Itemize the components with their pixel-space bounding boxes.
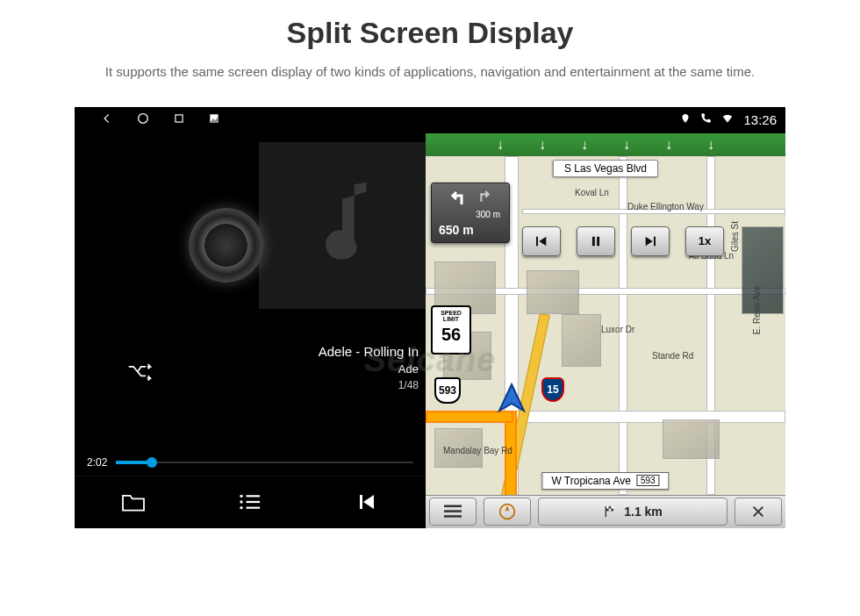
phone-icon bbox=[699, 112, 712, 127]
nav-back-icon[interactable] bbox=[101, 112, 113, 128]
album-art-placeholder bbox=[259, 142, 426, 309]
next-street-name: W Tropicana Ave bbox=[551, 475, 631, 487]
android-statusbar: 13:26 bbox=[75, 107, 785, 133]
svg-rect-29 bbox=[609, 509, 612, 512]
map-street-label: E. Reno Ave bbox=[752, 285, 762, 333]
lane-arrow-icon: ↓ bbox=[623, 137, 630, 153]
lane-arrow-icon: ↓ bbox=[539, 137, 546, 153]
lane-arrow-icon: ↓ bbox=[581, 137, 588, 153]
svg-rect-13 bbox=[536, 236, 538, 246]
next-turn-panel: 300 m 650 m bbox=[431, 183, 510, 243]
remaining-distance-value: 1.1 km bbox=[624, 505, 663, 519]
route-shield: 593 bbox=[434, 377, 461, 404]
track-info: Adele - Rolling In Ade 1/48 bbox=[319, 344, 419, 391]
lane-arrow-icon: ↓ bbox=[707, 137, 714, 153]
svg-marker-19 bbox=[499, 384, 524, 411]
turn-right-icon bbox=[474, 187, 491, 204]
sim-prev-button[interactable] bbox=[522, 226, 561, 256]
speed-limit-value: 56 bbox=[433, 325, 469, 345]
svg-rect-25 bbox=[606, 506, 606, 517]
speed-limit-sign: SPEEDLIMIT 56 bbox=[431, 305, 471, 355]
sim-pause-button[interactable] bbox=[577, 226, 615, 256]
music-pane: Adele - Rolling In Ade 1/48 2:02 bbox=[75, 133, 426, 528]
progress-bar[interactable] bbox=[116, 462, 413, 463]
sim-next-button[interactable] bbox=[631, 226, 670, 256]
music-note-icon bbox=[303, 177, 382, 274]
map-street-label: Luxor Dr bbox=[601, 325, 634, 334]
map-street-label: Koval Ln bbox=[575, 188, 609, 197]
nav-bottom-bar: 1.1 km bbox=[426, 495, 785, 528]
nav-home-icon[interactable] bbox=[136, 111, 150, 129]
track-title: Adele - Rolling In bbox=[319, 344, 419, 359]
sim-speed-button[interactable]: 1x bbox=[685, 226, 724, 256]
turn-left-icon bbox=[449, 187, 470, 208]
folder-button[interactable] bbox=[107, 484, 160, 519]
close-button[interactable] bbox=[735, 498, 782, 526]
svg-rect-1 bbox=[176, 114, 183, 121]
next-street-label: W Tropicana Ave 593 bbox=[541, 472, 669, 490]
disc-graphic bbox=[189, 208, 263, 283]
svg-marker-14 bbox=[539, 236, 546, 246]
flag-icon bbox=[603, 505, 617, 519]
track-count: 1/48 bbox=[319, 379, 419, 391]
svg-rect-15 bbox=[592, 236, 595, 246]
svg-marker-24 bbox=[505, 505, 510, 512]
device-frame: 13:26 Adel bbox=[75, 107, 785, 528]
svg-rect-10 bbox=[247, 507, 261, 509]
menu-button[interactable] bbox=[429, 498, 477, 526]
previous-button[interactable] bbox=[340, 484, 393, 519]
map-street-label: Stande Rd bbox=[652, 351, 693, 361]
exit-number: 593 bbox=[636, 475, 660, 486]
map-street-label: Mandalay Bay Rd bbox=[443, 446, 512, 455]
svg-rect-21 bbox=[444, 510, 462, 512]
shuffle-button[interactable] bbox=[127, 362, 152, 384]
svg-rect-22 bbox=[444, 515, 462, 518]
map-street-label: Duke Ellington Way bbox=[627, 202, 704, 211]
music-controls bbox=[75, 476, 426, 528]
map-street-label: Giles St bbox=[730, 220, 740, 251]
svg-point-7 bbox=[240, 500, 242, 503]
elapsed-time: 2:02 bbox=[87, 456, 107, 469]
svg-rect-11 bbox=[360, 495, 362, 509]
compass-button[interactable] bbox=[484, 498, 531, 526]
lane-arrow-icon: ↓ bbox=[497, 137, 504, 153]
playlist-button[interactable] bbox=[224, 484, 276, 519]
navigation-pane: ↓ ↓ ↓ ↓ ↓ ↓ S Las Vegas Blvd 300 m 650 m bbox=[426, 133, 785, 528]
gps-icon bbox=[680, 112, 691, 127]
lane-arrow-icon: ↓ bbox=[665, 137, 672, 153]
svg-marker-18 bbox=[646, 236, 653, 246]
wifi-icon bbox=[720, 112, 735, 127]
svg-marker-12 bbox=[363, 495, 374, 509]
page-title: Split Screen Display bbox=[287, 16, 574, 50]
svg-rect-17 bbox=[654, 236, 656, 246]
track-artist: Ade bbox=[319, 362, 419, 376]
clock-time: 13:26 bbox=[743, 112, 777, 127]
vehicle-position-icon bbox=[494, 381, 529, 416]
svg-point-0 bbox=[139, 113, 148, 123]
current-road-label: S Las Vegas Blvd bbox=[553, 160, 658, 177]
page-subtitle: It supports the same screen display of t… bbox=[105, 62, 755, 82]
interstate-shield: 15 bbox=[541, 377, 564, 402]
simulation-controls: 1x bbox=[522, 226, 724, 256]
svg-point-5 bbox=[240, 495, 242, 498]
svg-rect-8 bbox=[247, 501, 261, 503]
svg-rect-16 bbox=[597, 236, 599, 246]
nav-recent-icon[interactable] bbox=[173, 112, 185, 128]
svg-point-4 bbox=[328, 235, 357, 260]
svg-rect-20 bbox=[444, 505, 462, 508]
primary-turn-distance: 650 m bbox=[435, 223, 505, 237]
svg-rect-28 bbox=[612, 506, 614, 509]
image-tray-icon[interactable] bbox=[208, 112, 220, 128]
lane-guidance-bar: ↓ ↓ ↓ ↓ ↓ ↓ bbox=[426, 133, 785, 156]
speed-limit-label: SPEEDLIMIT bbox=[433, 307, 469, 323]
remaining-distance[interactable]: 1.1 km bbox=[538, 498, 727, 526]
svg-rect-6 bbox=[247, 495, 261, 497]
secondary-turn-distance: 300 m bbox=[435, 210, 505, 219]
progress-row: 2:02 bbox=[75, 453, 426, 476]
svg-rect-27 bbox=[606, 506, 609, 509]
svg-point-9 bbox=[240, 506, 242, 509]
